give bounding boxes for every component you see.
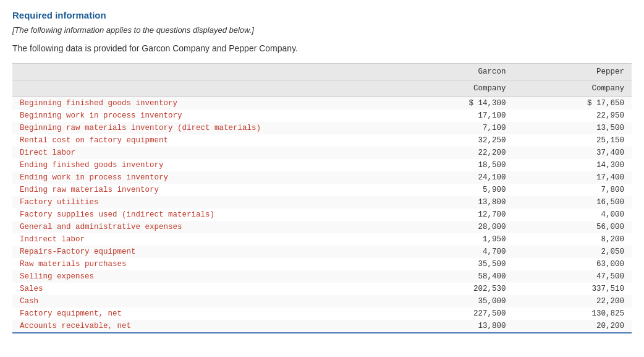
row-garcon-value: 227,500 (395, 308, 513, 320)
row-label: Beginning work in process inventory (12, 110, 395, 122)
row-pepper-value: 17,400 (514, 171, 632, 184)
row-garcon-value: 58,400 (395, 270, 513, 283)
col-subheader-garcon: Company (395, 80, 513, 97)
row-label: Direct labor (12, 147, 395, 159)
row-label: Beginning raw materials inventory (direc… (12, 122, 395, 134)
table-row: Accounts receivable, net13,80020,200 (12, 320, 632, 333)
row-garcon-value: 17,100 (395, 110, 513, 122)
row-pepper-value: 25,150 (514, 134, 632, 147)
row-pepper-value: 130,825 (514, 308, 632, 320)
table-row: Beginning raw materials inventory (direc… (12, 122, 632, 134)
row-label: Ending raw materials inventory (12, 184, 395, 196)
row-pepper-value: 22,200 (514, 295, 632, 308)
row-garcon-value: 22,200 (395, 147, 513, 159)
row-label: Ending work in process inventory (12, 171, 395, 184)
intro-text: The following data is provided for Garco… (12, 43, 632, 53)
row-pepper-value: 7,800 (514, 184, 632, 196)
table-row: Ending finished goods inventory18,50014,… (12, 159, 632, 171)
row-garcon-value: 35,500 (395, 258, 513, 270)
table-body: Beginning finished goods inventory$ 14,3… (12, 97, 632, 333)
row-pepper-value: 337,510 (514, 283, 632, 295)
row-garcon-value: 24,100 (395, 171, 513, 184)
row-label: Accounts receivable, net (12, 320, 395, 333)
data-table: Garcon Pepper Company Company Beginning … (12, 63, 632, 333)
row-pepper-value: 22,950 (514, 110, 632, 122)
row-pepper-value: 13,500 (514, 122, 632, 134)
row-garcon-value: 202,530 (395, 283, 513, 295)
table-row: Factory supplies used (indirect material… (12, 209, 632, 221)
col-header-garcon: Garcon (395, 64, 513, 80)
row-label: General and administrative expenses (12, 221, 395, 233)
row-label: Factory equipment, net (12, 308, 395, 320)
row-pepper-value: 20,200 (514, 320, 632, 333)
row-pepper-value: $ 17,650 (514, 97, 632, 110)
row-pepper-value: 2,050 (514, 246, 632, 258)
col-header-label (12, 64, 395, 80)
row-pepper-value: 63,000 (514, 258, 632, 270)
table-row: Beginning work in process inventory17,10… (12, 110, 632, 122)
row-garcon-value: 7,100 (395, 122, 513, 134)
table-row: Ending work in process inventory24,10017… (12, 171, 632, 184)
table-row: Selling expenses58,40047,500 (12, 270, 632, 283)
table-row: Indirect labor1,9508,200 (12, 233, 632, 246)
row-garcon-value: 28,000 (395, 221, 513, 233)
table-row: Cash35,00022,200 (12, 295, 632, 308)
row-pepper-value: 56,000 (514, 221, 632, 233)
col-header-pepper: Pepper (514, 64, 632, 80)
row-pepper-value: 8,200 (514, 233, 632, 246)
row-garcon-value: $ 14,300 (395, 97, 513, 110)
row-label: Factory utilities (12, 196, 395, 209)
row-pepper-value: 14,300 (514, 159, 632, 171)
row-label: Beginning finished goods inventory (12, 97, 395, 110)
row-garcon-value: 1,950 (395, 233, 513, 246)
table-subheader-row: Company Company (12, 80, 632, 97)
row-pepper-value: 47,500 (514, 270, 632, 283)
row-label: Factory supplies used (indirect material… (12, 209, 395, 221)
table-row: Raw materials purchases35,50063,000 (12, 258, 632, 270)
row-garcon-value: 35,000 (395, 295, 513, 308)
table-row: Direct labor22,20037,400 (12, 147, 632, 159)
row-garcon-value: 32,250 (395, 134, 513, 147)
row-garcon-value: 4,700 (395, 246, 513, 258)
italic-note: [The following information applies to th… (12, 25, 632, 35)
table-row: Factory utilities13,80016,500 (12, 196, 632, 209)
row-garcon-value: 5,900 (395, 184, 513, 196)
row-garcon-value: 12,700 (395, 209, 513, 221)
table-header-row: Garcon Pepper (12, 64, 632, 80)
table-row: Beginning finished goods inventory$ 14,3… (12, 97, 632, 110)
row-pepper-value: 4,000 (514, 209, 632, 221)
row-garcon-value: 13,800 (395, 196, 513, 209)
col-subheader-label (12, 80, 395, 97)
row-garcon-value: 18,500 (395, 159, 513, 171)
table-row: General and administrative expenses28,00… (12, 221, 632, 233)
row-label: Cash (12, 295, 395, 308)
row-label: Sales (12, 283, 395, 295)
table-row: Repairs-Factory equipment4,7002,050 (12, 246, 632, 258)
col-subheader-pepper: Company (514, 80, 632, 97)
row-label: Raw materials purchases (12, 258, 395, 270)
row-pepper-value: 37,400 (514, 147, 632, 159)
row-pepper-value: 16,500 (514, 196, 632, 209)
row-label: Selling expenses (12, 270, 395, 283)
row-label: Indirect labor (12, 233, 395, 246)
table-row: Ending raw materials inventory5,9007,800 (12, 184, 632, 196)
table-row: Rental cost on factory equipment32,25025… (12, 134, 632, 147)
row-garcon-value: 13,800 (395, 320, 513, 333)
row-label: Rental cost on factory equipment (12, 134, 395, 147)
row-label: Repairs-Factory equipment (12, 246, 395, 258)
row-label: Ending finished goods inventory (12, 159, 395, 171)
table-row: Factory equipment, net227,500130,825 (12, 308, 632, 320)
required-info-heading: Required information (12, 10, 632, 20)
table-row: Sales202,530337,510 (12, 283, 632, 295)
